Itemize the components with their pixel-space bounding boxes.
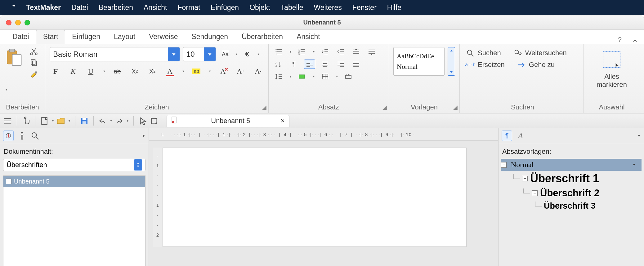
zeichen-dialog-launcher-icon[interactable]: ◢ [262,104,266,111]
qat-save-icon[interactable] [80,116,89,126]
bold-button[interactable]: F [50,66,62,77]
absatz-dialog-launcher-icon[interactable]: ◢ [382,104,387,111]
underline-button[interactable]: U [85,66,97,77]
copy-icon[interactable] [30,58,38,66]
style-item-h3[interactable]: Überschrift 3 [501,200,642,212]
line-spacing-button[interactable] [273,72,284,81]
move-down-button[interactable] [366,47,377,56]
change-case-button[interactable]: Aa [219,49,231,60]
menubar-tabelle[interactable]: Tabelle [281,3,303,12]
style-item-normal[interactable]: − Normal ▼ [501,159,642,171]
tree-item-document[interactable]: Unbenannt 5 [3,176,145,187]
italic-button[interactable]: K [67,66,79,77]
align-justify-button[interactable] [351,60,362,69]
numbered-list-button[interactable]: 123 [296,47,307,56]
qat-open-icon[interactable] [56,116,65,126]
replace-button[interactable]: a→b Ersetzen [466,59,505,71]
qat-object-icon[interactable] [149,116,159,126]
align-left-button[interactable] [304,60,315,69]
menubar-app-name[interactable]: TextMaker [26,3,61,12]
tabs-button[interactable] [343,72,354,81]
cut-icon[interactable] [30,47,38,55]
navigator-search-icon[interactable] [30,131,40,140]
left-panel-filter-dropdown-icon[interactable] [134,159,142,171]
paragraph-marks-button[interactable]: ¶ [288,60,300,69]
paragraph-styles-icon[interactable]: ¶ [502,131,512,141]
shading-button[interactable] [296,72,307,81]
style-item-h2[interactable]: − Überschrift 2 [501,186,642,200]
font-size-dropdown-icon[interactable] [204,47,216,61]
menubar-ansicht[interactable]: Ansicht [144,3,167,12]
format-painter-icon[interactable] [30,69,38,78]
menubar-hilfe[interactable]: Hilfe [387,3,401,12]
style-gallery-scroll[interactable] [448,47,455,76]
highlight-button[interactable]: ab [190,66,203,77]
decrease-indent-button[interactable] [320,47,331,56]
strikethrough-button[interactable]: ab [111,66,123,77]
sort-button[interactable]: AZ [273,60,284,69]
vertical-ruler[interactable]: ·1· ··1 ··2 [153,148,163,247]
tab-stop-indicator[interactable]: L [161,132,164,137]
subscript-button[interactable]: X2 [129,66,141,77]
symbol-button[interactable]: € [241,49,253,60]
menubar-datei[interactable]: Datei [71,3,88,12]
search-next-button[interactable]: Weitersuchen [513,47,567,59]
qat-touch-icon[interactable] [21,116,31,126]
menubar-objekt[interactable]: Objekt [249,3,270,12]
increase-indent-button[interactable] [335,47,346,56]
style-item-dropdown-icon[interactable]: ▼ [632,162,638,167]
ribbon-tab-ansicht[interactable]: Ansicht [290,30,327,44]
style-item-h1[interactable]: − Überschrift 1 [501,171,642,186]
align-center-button[interactable] [320,60,331,69]
font-name-combo[interactable]: Basic Roman [50,47,180,61]
menubar-einfuegen[interactable]: Einfügen [211,3,239,12]
document-tab[interactable]: T Unbenannt 5 × [167,115,289,127]
apple-logo-icon[interactable] [9,3,16,13]
ribbon-tab-datei[interactable]: Datei [6,30,36,44]
qat-undo-icon[interactable] [98,116,107,126]
qat-toc-icon[interactable] [3,116,12,126]
grow-font-button[interactable]: A+ [235,66,247,77]
move-up-button[interactable] [351,47,362,56]
tree-collapse-icon[interactable]: − [522,176,528,181]
ribbon-tab-start[interactable]: Start [36,30,65,44]
clear-formatting-button[interactable]: A✖ [217,66,229,77]
tree-item-checkbox[interactable] [6,179,11,184]
menubar-bearbeiten[interactable]: Bearbeiten [99,3,133,12]
ribbon-tab-einfuegen[interactable]: Einfügen [65,30,107,44]
ribbon-tab-layout[interactable]: Layout [107,30,142,44]
navigator-slider-icon[interactable] [17,131,27,140]
left-panel-filter-combo[interactable]: Überschriften [3,159,145,171]
align-right-button[interactable] [335,60,346,69]
ribbon-tab-ueberarbeiten[interactable]: Überarbeiten [235,30,290,44]
ribbon-tab-sendungen[interactable]: Sendungen [185,30,235,44]
paste-button[interactable] [4,47,25,68]
qat-cursor-icon[interactable] [138,116,147,126]
ribbon-tab-verweise[interactable]: Verweise [142,30,185,44]
menubar-format[interactable]: Format [177,3,200,12]
navigator-menu-dropdown-icon[interactable]: ▼ [142,134,145,138]
shrink-font-button[interactable]: A- [252,66,264,77]
select-all-button[interactable]: Alles markieren [595,47,629,90]
font-name-dropdown-icon[interactable] [168,47,180,61]
menubar-fenster[interactable]: Fenster [352,3,377,12]
font-size-combo[interactable]: 10 [183,47,216,61]
borders-button[interactable] [320,72,331,81]
style-gallery-item[interactable]: AaBbCcDdEe Normal [393,47,445,76]
tree-collapse-icon[interactable]: − [501,162,507,168]
character-styles-icon[interactable]: A [516,131,525,140]
document-tab-close-icon[interactable]: × [281,117,285,125]
paste-dropdown-icon[interactable]: ▼ [5,88,8,91]
bullet-list-button[interactable] [273,47,284,56]
menubar-weiteres[interactable]: Weiteres [314,3,342,12]
document-page[interactable] [163,148,467,247]
ribbon-help-button[interactable]: ? [614,36,626,44]
navigator-compass-icon[interactable] [3,131,14,141]
vorlagen-dialog-launcher-icon[interactable]: ◢ [453,104,458,111]
search-button[interactable]: Suchen [466,47,501,59]
left-panel-tree[interactable]: Unbenannt 5 [3,175,145,266]
horizontal-ruler[interactable]: L · · ·|· 1 ·|· · ·|· · ·|· · ·|· 1 ·|· … [149,128,498,141]
ribbon-collapse-button[interactable] [626,38,644,44]
superscript-button[interactable]: X2 [146,66,159,77]
goto-button[interactable]: Gehe zu [517,59,555,71]
